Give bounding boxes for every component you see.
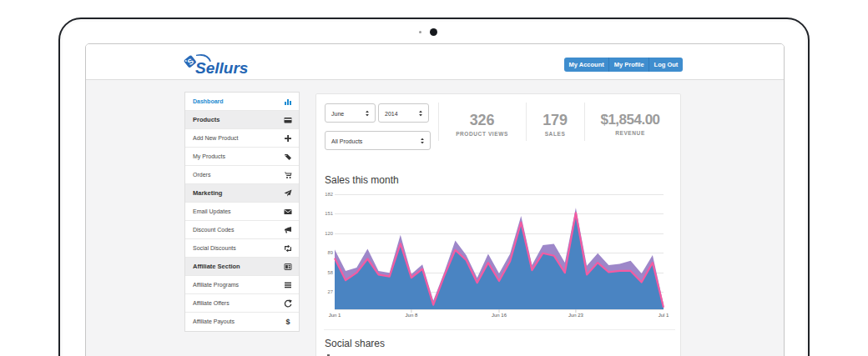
svg-text:Jun 23: Jun 23 [568,313,584,318]
svg-text:182: 182 [325,192,333,197]
svg-text:151: 151 [325,211,333,216]
svg-text:Jul 1: Jul 1 [659,313,669,318]
svg-text:58: 58 [328,270,333,275]
svg-text:Jun 16: Jun 16 [492,313,507,318]
svg-text:Jun 8: Jun 8 [406,313,418,318]
svg-text:Sellurs: Sellurs [195,59,248,76]
svg-text:27: 27 [328,289,333,294]
svg-text:89: 89 [328,250,333,255]
svg-text:120: 120 [325,231,333,236]
svg-text:Jun 1: Jun 1 [329,313,341,318]
